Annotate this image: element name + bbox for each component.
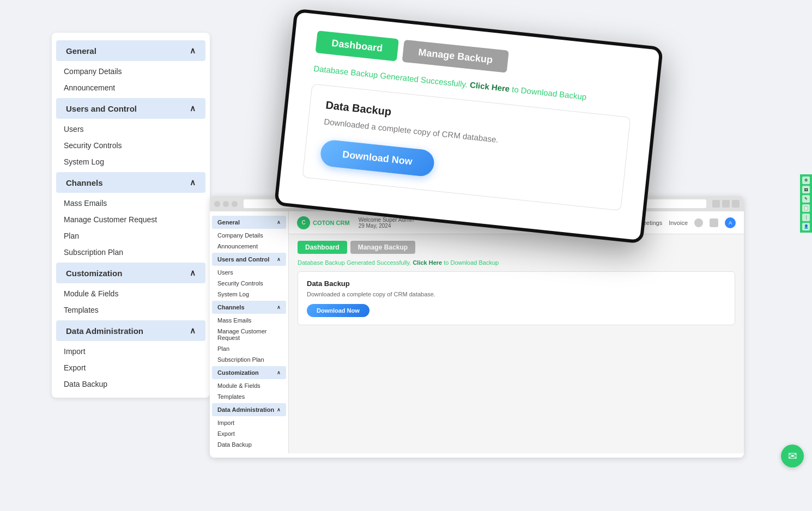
section-customization-label: Customization [66, 269, 122, 278]
sidebar-item-announcement[interactable]: Announcement [52, 80, 210, 96]
chat-icon: ✉ [788, 449, 797, 463]
nav-user-avatar[interactable]: A [725, 217, 736, 228]
small-sidebar-system-log[interactable]: System Log [210, 289, 288, 300]
sidebar-section-general[interactable]: General ∧ [56, 40, 205, 61]
tilted-click-suffix: to Download Backup [511, 84, 587, 101]
sidebar-item-manage-customer-request[interactable]: Manage Customer Request [52, 211, 210, 228]
click-here-link-small[interactable]: Click Here [413, 259, 442, 266]
data-backup-desc-small: Downloaded a complete copy of CRM databa… [307, 291, 726, 297]
click-suffix-small: to Download Backup [444, 259, 499, 266]
toolbar-icon-5[interactable]: ⋮ [802, 214, 810, 221]
success-message-small: Database Backup Generated Successfully. … [298, 259, 735, 266]
small-tab-bar: Dashboard Manage Backup [298, 241, 735, 254]
sidebar-item-users[interactable]: Users [52, 121, 210, 137]
small-sidebar-users[interactable]: Users [210, 267, 288, 278]
small-section-users-label: Users and Control [217, 256, 269, 263]
sidebar-item-import[interactable]: Import [52, 343, 210, 360]
small-sidebar-subscription-plan[interactable]: Subscription Plan [210, 354, 288, 365]
download-now-button-small[interactable]: Download Now [307, 304, 369, 317]
small-sidebar-security-controls[interactable]: Security Controls [210, 278, 288, 289]
download-now-button-tilted[interactable]: Download Now [319, 139, 435, 178]
sidebar-item-module-fields[interactable]: Module & Fields [52, 285, 210, 302]
chat-bubble[interactable]: ✉ [781, 445, 804, 467]
chevron-channels: ∧ [190, 178, 196, 187]
chevron-general: ∧ [190, 46, 196, 56]
browser-icon-2 [722, 200, 730, 208]
browser-window-small: General ∧ Company Details Announcement U… [210, 196, 744, 458]
nav-notification-icon[interactable] [694, 218, 703, 227]
browser-icon-3 [732, 200, 740, 208]
toolbar-icon-6[interactable]: 👤 [802, 223, 810, 230]
small-sidebar-section-data-admin[interactable]: Data Administration ∧ [212, 403, 286, 416]
right-toolbar: ⚙ 🖼 ✎ 📋 ⋮ 👤 [800, 174, 812, 233]
data-backup-title-small: Data Backup [307, 279, 726, 288]
sidebar-item-templates[interactable]: Templates [52, 302, 210, 318]
sidebar-item-plan[interactable]: Plan [52, 228, 210, 244]
browser-page-content: Dashboard Manage Backup Database Backup … [289, 234, 744, 453]
small-sidebar-data-backup[interactable]: Data Backup [210, 439, 288, 450]
section-general-label: General [66, 46, 96, 56]
tab-manage-backup-tilted[interactable]: Manage Backup [402, 40, 509, 73]
small-sidebar-section-customization[interactable]: Customization ∧ [212, 366, 286, 379]
sidebar-section-users[interactable]: Users and Control ∧ [56, 98, 205, 119]
sidebar-item-security-controls[interactable]: Security Controls [52, 137, 210, 154]
win-close-btn[interactable] [214, 201, 220, 207]
sidebar-item-company-details[interactable]: Company Details [52, 63, 210, 80]
small-section-customization-label: Customization [217, 369, 259, 376]
toolbar-icon-4[interactable]: 📋 [802, 204, 810, 212]
small-section-data-admin-label: Data Administration [217, 406, 274, 413]
sidebar-item-mass-emails[interactable]: Mass Emails [52, 195, 210, 211]
tab-manage-backup-small[interactable]: Manage Backup [350, 241, 415, 254]
browser-main: C COTON CRM Welcome Super Admin 29 May, … [289, 211, 744, 453]
data-backup-card-small: Data Backup Downloaded a complete copy o… [298, 271, 735, 325]
nav-settings-icon[interactable] [710, 218, 718, 227]
sidebar-item-export[interactable]: Export [52, 360, 210, 376]
sidebar-section-channels[interactable]: Channels ∧ [56, 172, 205, 193]
toolbar-icon-2[interactable]: 🖼 [802, 186, 810, 193]
success-text: Database Backup Generated Successfully. [298, 259, 411, 266]
small-sidebar-section-users[interactable]: Users and Control ∧ [212, 253, 286, 266]
small-section-general-label: General [217, 219, 240, 226]
small-section-channels-label: Channels [217, 304, 245, 311]
small-sidebar-module-fields[interactable]: Module & Fields [210, 380, 288, 391]
small-sidebar-import[interactable]: Import [210, 417, 288, 428]
tab-dashboard-small[interactable]: Dashboard [298, 241, 347, 254]
tilted-card: Dashboard Manage Backup Database Backup … [274, 8, 663, 244]
section-users-label: Users and Control [66, 104, 137, 113]
tilted-card-container: Dashboard Manage Backup Database Backup … [262, 11, 676, 234]
small-sidebar: General ∧ Company Details Announcement U… [210, 211, 289, 453]
section-data-admin-label: Data Administration [66, 326, 143, 336]
section-channels-label: Channels [66, 178, 103, 187]
small-sidebar-export[interactable]: Export [210, 428, 288, 439]
win-minimize-btn[interactable] [223, 201, 229, 207]
browser-content: General ∧ Company Details Announcement U… [210, 211, 744, 453]
toolbar-icon-3[interactable]: ✎ [802, 195, 810, 203]
chevron-customization: ∧ [190, 268, 196, 278]
sidebar-item-data-backup[interactable]: Data Backup [52, 376, 210, 392]
small-sidebar-plan[interactable]: Plan [210, 343, 288, 354]
small-sidebar-templates[interactable]: Templates [210, 391, 288, 402]
chevron-data-admin: ∧ [190, 326, 196, 336]
tilted-success-text: Database Backup Generated Successfully. [313, 64, 468, 89]
sidebar-section-customization[interactable]: Customization ∧ [56, 263, 205, 283]
small-sidebar-section-channels[interactable]: Channels ∧ [212, 301, 286, 314]
sidebar-item-subscription-plan[interactable]: Subscription Plan [52, 244, 210, 260]
small-sidebar-manage-customer-request[interactable]: Manage Customer Request [210, 326, 288, 343]
toolbar-icon-1[interactable]: ⚙ [802, 177, 810, 184]
tab-dashboard-tilted[interactable]: Dashboard [316, 31, 399, 61]
sidebar-large: General ∧ Company Details Announcement U… [52, 33, 210, 398]
tilted-card-inner: Data Backup Downloaded a complete copy o… [302, 84, 631, 211]
chevron-users: ∧ [190, 104, 196, 113]
sidebar-section-data-admin[interactable]: Data Administration ∧ [56, 320, 205, 341]
sidebar-item-system-log[interactable]: System Log [52, 154, 210, 170]
tilted-click-here-link[interactable]: Click Here [469, 80, 510, 94]
small-sidebar-announcement[interactable]: Announcement [210, 241, 288, 252]
browser-icon-1 [712, 200, 720, 208]
small-sidebar-mass-emails[interactable]: Mass Emails [210, 315, 288, 326]
win-maximize-btn[interactable] [232, 201, 238, 207]
